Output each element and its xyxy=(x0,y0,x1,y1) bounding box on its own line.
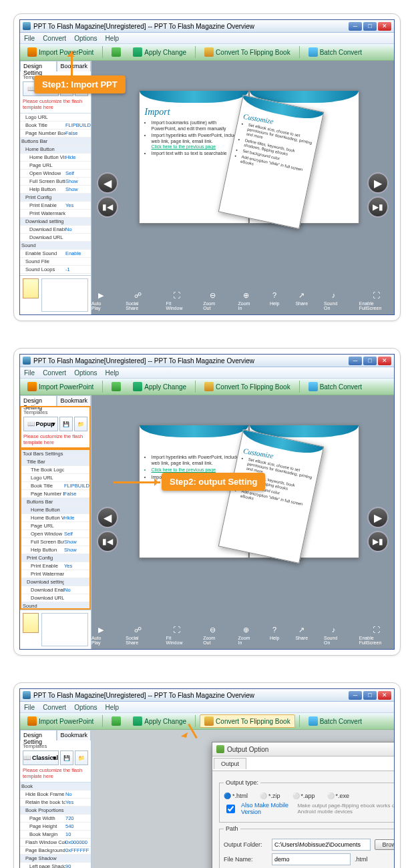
output-folder-input[interactable] xyxy=(272,839,371,851)
preview-tool-help[interactable]: ?Help xyxy=(270,625,279,645)
property-row[interactable]: Download URL xyxy=(21,594,89,602)
preview-tool-zoom-out[interactable]: ⊖Zoom Out xyxy=(203,625,222,645)
batch-convert-button[interactable]: Batch Convert xyxy=(304,380,367,393)
preview-tool-share[interactable]: ↗Share xyxy=(295,625,308,645)
preview-tool-help[interactable]: ?Help xyxy=(270,290,279,310)
property-row[interactable]: Download setting xyxy=(21,578,89,586)
property-row[interactable]: Retain the book to centerYes xyxy=(20,799,91,807)
maximize-button[interactable]: □ xyxy=(363,22,377,31)
refresh-button[interactable] xyxy=(107,45,126,59)
property-row[interactable]: Print Config xyxy=(21,554,89,562)
tab-design-setting[interactable]: Design Setting xyxy=(20,61,57,71)
template-dropdown[interactable]: 📖Popup▾ xyxy=(23,417,58,431)
property-grid-highlighted[interactable]: Tool Bars SettingsTitle BarThe Book Logo… xyxy=(20,449,91,610)
property-row[interactable]: Page Number Box On ...False xyxy=(20,130,91,138)
preview-tool-share[interactable]: ↗Share xyxy=(295,290,308,310)
property-row[interactable]: Page Shadow xyxy=(20,855,91,863)
next-page-button[interactable]: ▶ xyxy=(367,172,389,194)
property-row[interactable]: Download setting xyxy=(20,218,91,226)
preview-tool-auto-play[interactable]: ▶Auto Play xyxy=(91,290,110,310)
property-row[interactable]: Help ButtonShow xyxy=(21,546,89,554)
import-powerpoint-button[interactable]: Import PowerPoint xyxy=(23,380,98,393)
output-tab[interactable]: Output xyxy=(214,758,246,769)
last-page-button[interactable]: ▶▮ xyxy=(367,196,389,218)
property-row[interactable]: Page URL xyxy=(20,162,91,170)
property-grid[interactable]: BookHide Book Frame BarNoRetain the book… xyxy=(20,783,91,868)
property-row[interactable]: Download EnableNo xyxy=(21,586,89,594)
output-type-zip[interactable]: ⚪*.zip xyxy=(260,793,280,799)
property-row[interactable]: Tool Bars Settings xyxy=(21,450,89,458)
preview-tool-enable-fullscreen[interactable]: ⛶Enable FullScreen xyxy=(359,625,394,645)
property-row[interactable]: Print Watermark File xyxy=(20,210,91,218)
property-row[interactable]: The Book Logo xyxy=(21,466,89,474)
description-box[interactable] xyxy=(41,278,88,312)
property-row[interactable]: Download EnableNo xyxy=(20,226,91,234)
preview-tool-fit-window[interactable]: ⛶Fit Window xyxy=(166,625,188,645)
property-row[interactable]: Print Config xyxy=(20,194,91,202)
property-row[interactable]: Page URL xyxy=(21,522,89,530)
preview-tool-zoom-in[interactable]: ⊕Zoom In xyxy=(238,290,254,310)
property-row[interactable]: Book Margin10 xyxy=(20,831,91,839)
property-row[interactable]: Page Number Box On ...False xyxy=(21,490,89,498)
output-type-html[interactable]: 🔵*.html xyxy=(224,793,248,799)
property-row[interactable]: Logo URL xyxy=(20,114,91,122)
preview-tool-social-share[interactable]: ☍Social Share xyxy=(126,290,150,310)
import-powerpoint-button[interactable]: Import PowerPoint xyxy=(23,45,98,59)
menu-convert[interactable]: Convert xyxy=(39,35,70,42)
mobile-version-checkbox[interactable] xyxy=(226,805,235,813)
apply-change-button[interactable]: Apply Change xyxy=(128,380,191,393)
property-row[interactable]: Open WindowSelf xyxy=(21,530,89,538)
close-button[interactable]: ✕ xyxy=(378,357,391,365)
menu-file[interactable]: File xyxy=(20,35,39,42)
property-row[interactable]: Left page Shadow90 xyxy=(20,863,91,868)
property-row[interactable]: Sound Loops-1 xyxy=(20,266,91,274)
preview-tool-zoom-out[interactable]: ⊖Zoom Out xyxy=(203,290,222,310)
property-row[interactable]: Page Width720 xyxy=(20,815,91,823)
output-type-exe[interactable]: ⚪*.exe xyxy=(327,793,350,799)
apply-change-button[interactable]: Apply Change xyxy=(128,45,191,59)
property-row[interactable]: Hide Book Frame BarNo xyxy=(20,791,91,799)
preview-tool-zoom-in[interactable]: ⊕Zoom In xyxy=(238,625,254,645)
convert-button-highlighted[interactable]: Convert To Flipping Book xyxy=(200,714,295,728)
property-row[interactable]: Download URL xyxy=(20,234,91,242)
property-row[interactable]: Logo URL xyxy=(21,474,89,482)
property-row[interactable]: Open WindowSelf xyxy=(20,170,91,178)
convert-button[interactable]: Convert To Flipping Book xyxy=(200,45,295,59)
preview-tool-sound-on[interactable]: ♪Sound On xyxy=(324,290,343,310)
preview-tool-sound-on[interactable]: ♪Sound On xyxy=(324,625,343,645)
property-row[interactable]: Book TitleFLIPBUILDER... xyxy=(21,482,89,490)
property-row[interactable]: Book xyxy=(20,783,91,791)
property-row[interactable]: Sound xyxy=(20,242,91,250)
property-row[interactable]: Buttons Bar xyxy=(21,498,89,506)
first-page-button[interactable]: ▮◀ xyxy=(97,196,118,218)
property-row[interactable]: Title Bar xyxy=(21,458,89,466)
preview-tool-enable-fullscreen[interactable]: ⛶Enable FullScreen xyxy=(359,290,394,310)
property-row[interactable]: Home Button xyxy=(20,146,91,154)
property-row[interactable]: Sound File xyxy=(20,258,91,266)
minimize-button[interactable]: ─ xyxy=(349,22,362,31)
template-dropdown[interactable]: 📖Classical▾ xyxy=(23,750,59,765)
property-row[interactable]: Help ButtonShow xyxy=(20,186,91,194)
property-row[interactable]: Sound xyxy=(21,602,89,610)
property-row[interactable]: Enable SoundEnable xyxy=(20,250,91,258)
preview-tool-social-share[interactable]: ☍Social Share xyxy=(126,625,150,645)
menu-options[interactable]: Options xyxy=(70,35,101,42)
property-row[interactable]: Print Watermark File xyxy=(21,570,89,578)
property-row[interactable]: Buttons Bar xyxy=(20,138,91,146)
property-row[interactable]: Print EnableYes xyxy=(20,202,91,210)
minimize-button[interactable]: ─ xyxy=(349,357,362,365)
property-row[interactable]: Book Proportions xyxy=(20,807,91,815)
batch-convert-button[interactable]: Batch Convert xyxy=(304,45,367,59)
menu-help[interactable]: Help xyxy=(101,35,124,42)
preview-tool-fit-window[interactable]: ⛶Fit Window xyxy=(166,290,188,310)
close-button[interactable]: ✕ xyxy=(378,22,391,31)
property-row[interactable]: Book TitleFLIPBUILDER... xyxy=(20,122,91,130)
property-row[interactable]: Full Screen ButtonShow xyxy=(21,538,89,546)
property-row[interactable]: Page Height540 xyxy=(20,823,91,831)
property-row[interactable]: Home Button VisibleHide xyxy=(20,154,91,162)
file-name-input[interactable] xyxy=(272,853,351,865)
property-row[interactable]: Flash Window Color0x000000 xyxy=(20,839,91,847)
property-grid[interactable]: Logo URLBook TitleFLIPBUILDER...Page Num… xyxy=(20,114,91,275)
property-row[interactable]: Print EnableYes xyxy=(21,562,89,570)
convert-button[interactable]: Convert To Flipping Book xyxy=(200,380,295,393)
